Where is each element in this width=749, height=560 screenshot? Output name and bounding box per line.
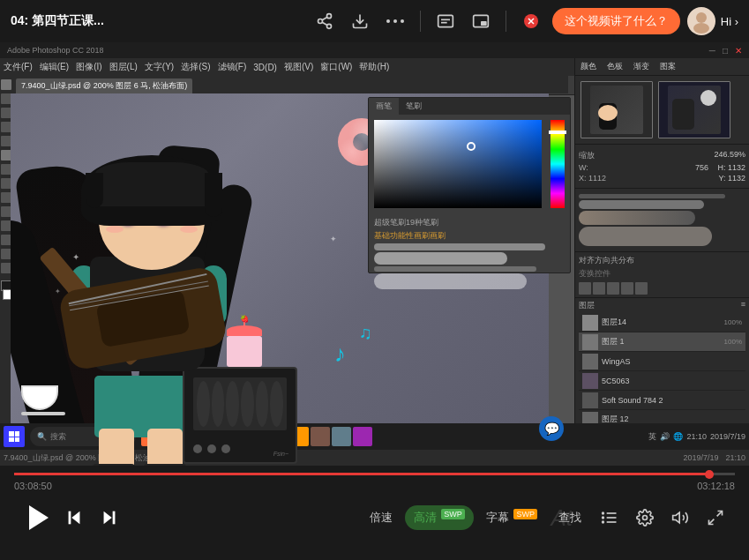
panel-tab-settings[interactable]: 笔刷: [399, 98, 429, 115]
cake: 🍓: [227, 336, 262, 367]
char-hair-bang2: [205, 173, 222, 217]
search-button[interactable]: 查找: [550, 506, 590, 529]
caption-button[interactable]: [431, 7, 460, 35]
brush-section: 超级笔刷19种笔刷 基础功能性画刷画刷: [369, 213, 570, 295]
zoom-row: 缩放 246.59%: [579, 150, 745, 161]
ps-menu-text[interactable]: 文字(Y): [145, 61, 174, 73]
quality-button[interactable]: 高清 SWP: [405, 505, 474, 529]
brush-prev-b: [579, 200, 704, 209]
align-btn-4[interactable]: [621, 282, 633, 295]
thumb-face: [598, 105, 618, 121]
sparkle-2: ✦: [55, 287, 61, 295]
ps-menu-3d[interactable]: 3D(D): [253, 63, 277, 72]
layer-color-thumb: [582, 373, 598, 389]
close-button[interactable]: [517, 7, 545, 35]
ps-tab-file[interactable]: 7.9400_山绿.psd @ 200% 图层 6 马, 松油布面): [16, 78, 192, 93]
layer-wingas[interactable]: WingAS: [579, 352, 745, 371]
pip-button[interactable]: [467, 7, 495, 35]
svg-point-0: [326, 14, 331, 19]
ps-menu-filter[interactable]: 滤镜(F): [218, 61, 247, 73]
thumb-2[interactable]: [658, 81, 730, 138]
layer-softSound[interactable]: Soft Sound 784 2: [579, 391, 745, 410]
amp-body: Fsin~: [183, 367, 297, 464]
layers-header: 图层 ≡: [579, 300, 745, 311]
ps-title-text: Adobe Photoshop CC 2018: [7, 46, 104, 55]
chat-bubble[interactable]: 💬: [539, 416, 564, 441]
char-hair-bangs: [94, 162, 209, 206]
amp-speaker: [193, 377, 287, 430]
align-btn-5[interactable]: [635, 282, 648, 295]
taskbar-app-9[interactable]: [353, 427, 372, 446]
thumb-1[interactable]: [580, 81, 653, 138]
hue-strip[interactable]: [551, 120, 565, 208]
ps-menu-select[interactable]: 选择(S): [181, 61, 210, 73]
avatar-area[interactable]: Hi ›: [687, 7, 738, 35]
list-button[interactable]: [594, 502, 625, 534]
controls-right: 倍速 高清 SWP 字幕 SWP 查找: [361, 502, 731, 534]
ps-menu-image[interactable]: 图像(I): [76, 61, 101, 73]
ps-zoom-display: 7.9400_山绿.psd @ 200% 图层 6 马, 松油布面): [4, 452, 169, 464]
properties-section: 缩放 246.59% W: 756 H: 1132 X: 1112 Y: 113…: [575, 145, 749, 189]
play-button[interactable]: [18, 498, 56, 537]
panel-tab-gradient[interactable]: 渐变: [628, 58, 655, 75]
align-btn-3[interactable]: [607, 282, 619, 295]
align-btn-1[interactable]: [579, 282, 591, 295]
top-bar: 04: 第四节正课... 这个视频讲了什么？: [0, 0, 749, 42]
settings-button[interactable]: [629, 502, 661, 534]
brush-preview-3[interactable]: [374, 266, 536, 272]
char-blush-left: [106, 226, 124, 233]
teacup-body: [21, 385, 58, 410]
layers-options[interactable]: ≡: [741, 300, 745, 311]
start-button[interactable]: [4, 426, 25, 447]
subtitle-button[interactable]: 字幕 SWP: [477, 505, 546, 529]
share-button[interactable]: [311, 7, 339, 35]
ps-titlebar: Adobe Photoshop CC 2018 ─ □ ✕: [0, 42, 749, 58]
speed-button[interactable]: 倍速: [361, 506, 401, 529]
fullscreen-button[interactable]: [700, 502, 731, 534]
svg-point-18: [693, 23, 709, 34]
progress-dot: [705, 470, 714, 479]
align-btn-2[interactable]: [593, 282, 605, 295]
color-gradient-box[interactable]: [374, 120, 542, 208]
brush-preview-1[interactable]: [374, 243, 545, 250]
brush-preview-2[interactable]: [374, 252, 507, 265]
ps-menu-file[interactable]: 文件(F): [4, 61, 33, 73]
svg-point-1: [318, 19, 322, 24]
svg-marker-21: [104, 511, 112, 525]
taskbar-app-7[interactable]: [311, 427, 330, 446]
ps-tool-move[interactable]: [1, 79, 11, 90]
ps-menu-view[interactable]: 视图(V): [284, 61, 313, 73]
next-chapter-button[interactable]: [92, 500, 127, 535]
svg-marker-19: [71, 511, 79, 525]
ps-screen: Adobe Photoshop CC 2018 ─ □ ✕ 文件(F) 编辑(E…: [0, 42, 749, 466]
more-button[interactable]: [381, 7, 409, 35]
ps-menu-window[interactable]: 窗口(W): [320, 61, 352, 73]
layer-14[interactable]: 图层14 100%: [579, 313, 745, 332]
svg-point-17: [696, 12, 707, 23]
ps-menu-edit[interactable]: 编辑(E): [40, 61, 69, 73]
layer-5c5063[interactable]: 5C5063: [579, 371, 745, 391]
brush-previews-section: [575, 189, 749, 252]
layer-1[interactable]: 图层 1 100%: [579, 332, 745, 352]
panel-tab-swatches[interactable]: 色板: [602, 58, 628, 75]
volume-button[interactable]: [664, 502, 696, 534]
teacup-group: [21, 385, 65, 415]
ps-menu-help[interactable]: 帮助(H): [359, 61, 389, 73]
music-note-2: ♫: [359, 323, 372, 343]
panel-tab-pattern[interactable]: 图案: [655, 58, 681, 75]
prev-chapter-button[interactable]: [56, 500, 92, 535]
panel-tab-brush[interactable]: 画笔: [369, 98, 399, 115]
download-button[interactable]: [346, 7, 374, 35]
svg-marker-30: [673, 512, 680, 523]
taskbar-app-8[interactable]: [332, 427, 351, 446]
panel-tab-color[interactable]: 颜色: [575, 58, 602, 75]
layer-wingas-thumb: [582, 354, 598, 370]
ps-color-picker: 画笔 笔刷 超级笔刷19种笔刷 基础功能性画刷画刷: [368, 97, 571, 273]
brush-label-2: 基础功能性画刷画刷: [374, 230, 565, 242]
ps-menu-layer[interactable]: 图层(L): [109, 61, 138, 73]
progress-track[interactable]: [14, 473, 735, 475]
brush-preview-4[interactable]: [374, 273, 527, 289]
separator: [420, 11, 421, 32]
ask-button[interactable]: 这个视频讲了什么？: [552, 8, 680, 34]
time-row: 03:08:50 03:12:18: [0, 481, 749, 491]
